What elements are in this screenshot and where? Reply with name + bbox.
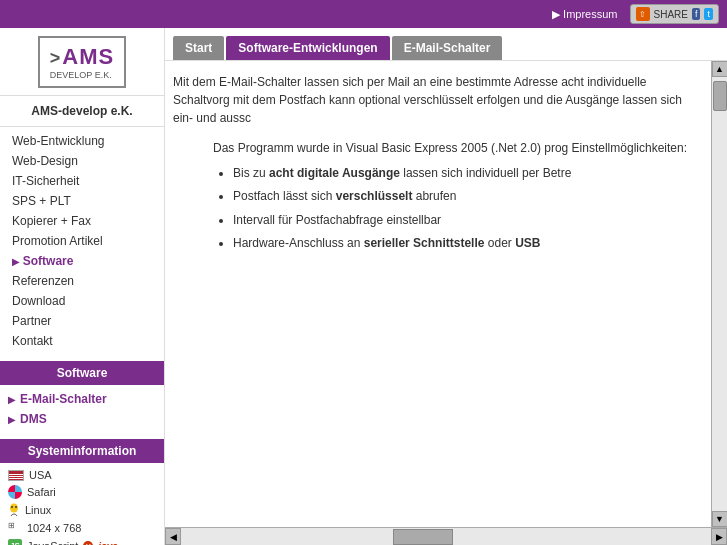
impressum-link[interactable]: Impressum bbox=[552, 8, 617, 21]
content-intro: Mit dem E-Mail-Schalter lassen sich per … bbox=[173, 73, 699, 127]
feature-item-1: Bis zu acht digitale Ausgänge lassen sic… bbox=[233, 164, 699, 183]
share-button[interactable]: ⇧ SHARE f t bbox=[630, 4, 719, 24]
nav-item-web-entwicklung[interactable]: Web-Entwicklung bbox=[0, 131, 164, 151]
intro-paragraph: Mit dem E-Mail-Schalter lassen sich per … bbox=[173, 73, 699, 127]
nav-item-partner[interactable]: Partner bbox=[0, 311, 164, 331]
js-x-icon: ✕ bbox=[83, 541, 93, 545]
company-name: AMS-develop e.K. bbox=[0, 96, 164, 127]
scroll-h-track[interactable] bbox=[181, 528, 711, 545]
sysinfo-linux-label: Linux bbox=[25, 504, 51, 516]
sysinfo-list: USA Safari Linux bbox=[0, 463, 164, 545]
sysinfo-section-title: Systeminformation bbox=[0, 439, 164, 463]
sysinfo-usa: USA bbox=[0, 467, 164, 483]
logo-box: > AMS DEVELOP E.K. bbox=[38, 36, 126, 88]
feature-list: Bis zu acht digitale Ausgänge lassen sic… bbox=[233, 164, 699, 253]
tab-software-entwicklungen[interactable]: Software-Entwicklungen bbox=[226, 36, 389, 60]
subnav-arrow-dms: ▶ bbox=[8, 414, 16, 425]
resolution-icon: ⊞ bbox=[8, 521, 22, 535]
nav-item-kopierer[interactable]: Kopierer + Fax bbox=[0, 211, 164, 231]
sidebar: > AMS DEVELOP E.K. AMS-develop e.K. Web-… bbox=[0, 28, 165, 545]
scroll-up-arrow[interactable]: ▲ bbox=[712, 61, 728, 77]
nav-list: Web-Entwicklung Web-Design IT-Sicherheit… bbox=[0, 127, 164, 355]
share-icon: ⇧ bbox=[636, 7, 650, 21]
logo-develop: DEVELOP E.K. bbox=[50, 70, 112, 80]
sysinfo-safari: Safari bbox=[0, 483, 164, 501]
sysinfo-safari-label: Safari bbox=[27, 486, 56, 498]
top-bar: Impressum ⇧ SHARE f t bbox=[0, 0, 727, 28]
java-label: java bbox=[98, 541, 117, 546]
feature-item-3: Intervall für Postfachabfrage einstellba… bbox=[233, 211, 699, 230]
nav-item-promotion[interactable]: Promotion Artikel bbox=[0, 231, 164, 251]
sysinfo-javascript: JS JavaScript ✕ java bbox=[0, 537, 164, 545]
linux-icon bbox=[8, 503, 20, 517]
tab-email-schalter[interactable]: E-Mail-Schalter bbox=[392, 36, 503, 60]
scroll-track[interactable] bbox=[712, 77, 728, 511]
scroll-down-arrow[interactable]: ▼ bbox=[712, 511, 728, 527]
sysinfo-js-label: JavaScript bbox=[27, 540, 78, 545]
nav-item-referenzen[interactable]: Referenzen bbox=[0, 271, 164, 291]
logo-area: > AMS DEVELOP E.K. bbox=[0, 28, 164, 96]
subnav-email-schalter[interactable]: ▶ E-Mail-Schalter bbox=[0, 389, 164, 409]
content-body: Mit dem E-Mail-Schalter lassen sich per … bbox=[165, 61, 711, 527]
scroll-h-thumb[interactable] bbox=[393, 529, 453, 545]
facebook-icon[interactable]: f bbox=[692, 8, 701, 20]
logo-arrow: > bbox=[50, 48, 61, 69]
nav-item-web-design[interactable]: Web-Design bbox=[0, 151, 164, 171]
nav-item-it-sicherheit[interactable]: IT-Sicherheit bbox=[0, 171, 164, 191]
sysinfo-usa-label: USA bbox=[29, 469, 52, 481]
svg-point-0 bbox=[10, 504, 18, 513]
subnav-arrow-email: ▶ bbox=[8, 394, 16, 405]
flag-us-icon bbox=[8, 470, 24, 481]
nav-item-kontakt[interactable]: Kontakt bbox=[0, 331, 164, 351]
program-info: Das Programm wurde in Visual Basic Expre… bbox=[213, 139, 699, 158]
horizontal-scrollbar[interactable]: ◀ ▶ bbox=[165, 527, 727, 545]
scroll-right-arrow[interactable]: ▶ bbox=[711, 528, 727, 545]
sysinfo-resolution-label: 1024 x 768 bbox=[27, 522, 81, 534]
software-sub-nav: ▶ E-Mail-Schalter ▶ DMS bbox=[0, 385, 164, 433]
sysinfo-linux: Linux bbox=[0, 501, 164, 519]
share-label: SHARE bbox=[654, 9, 688, 20]
tab-start[interactable]: Start bbox=[173, 36, 224, 60]
tab-bar: Start Software-Entwicklungen E-Mail-Scha… bbox=[165, 28, 727, 61]
feature-item-4: Hardware-Anschluss an serieller Schnitts… bbox=[233, 234, 699, 253]
svg-point-1 bbox=[11, 506, 13, 508]
js-icon: JS bbox=[8, 539, 22, 545]
nav-item-sps[interactable]: SPS + PLT bbox=[0, 191, 164, 211]
feature-item-2: Postfach lässt sich verschlüsselt abrufe… bbox=[233, 187, 699, 206]
content-indented: Das Programm wurde in Visual Basic Expre… bbox=[213, 139, 699, 253]
software-section-title: Software bbox=[0, 361, 164, 385]
nav-item-download[interactable]: Download bbox=[0, 291, 164, 311]
sysinfo-resolution: ⊞ 1024 x 768 bbox=[0, 519, 164, 537]
logo-ams: AMS bbox=[62, 44, 114, 70]
vertical-scrollbar[interactable]: ▲ ▼ bbox=[711, 61, 727, 527]
twitter-icon[interactable]: t bbox=[704, 8, 713, 20]
scroll-left-arrow[interactable]: ◀ bbox=[165, 528, 181, 545]
nav-item-software[interactable]: Software bbox=[0, 251, 164, 271]
content-area: Start Software-Entwicklungen E-Mail-Scha… bbox=[165, 28, 727, 527]
scroll-thumb[interactable] bbox=[713, 81, 727, 111]
safari-icon bbox=[8, 485, 22, 499]
svg-point-2 bbox=[15, 506, 17, 508]
subnav-dms[interactable]: ▶ DMS bbox=[0, 409, 164, 429]
